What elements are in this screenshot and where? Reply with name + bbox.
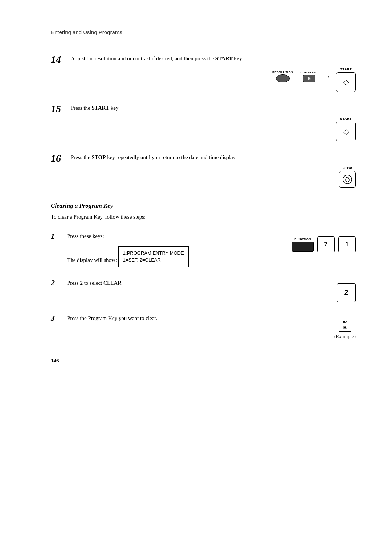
step-16-bold: STOP bbox=[92, 154, 106, 160]
clear-step-1-text: Press these keys: bbox=[67, 233, 104, 239]
step-16-content: Press the STOP key repeatedly until you … bbox=[71, 153, 276, 162]
prog-key-letter: B bbox=[343, 325, 347, 330]
clear-step-1-content: Press these keys: The display will show:… bbox=[67, 231, 276, 267]
page: Entering and Using Programs 14 Adjust th… bbox=[0, 0, 392, 555]
step-14-section: 14 Adjust the resolution and or contrast… bbox=[51, 46, 356, 96]
contrast-rect: G bbox=[303, 75, 315, 82]
step-15-text-before: Press the bbox=[71, 105, 92, 111]
step-15-number: 15 bbox=[51, 103, 67, 114]
key-2-btn: 2 bbox=[337, 283, 356, 302]
start-label-14: START bbox=[340, 68, 352, 71]
stop-btn-16 bbox=[339, 171, 356, 188]
step-14-number: 14 bbox=[51, 54, 67, 65]
step-14-content: Adjust the resolution and or contrast if… bbox=[71, 54, 272, 63]
arrow-icon: → bbox=[323, 72, 331, 81]
step-15-section: 15 Press the START key START ◇ bbox=[51, 96, 356, 145]
prog-key-num: 02 bbox=[342, 320, 348, 324]
start-button-15: START ◇ bbox=[336, 117, 356, 141]
function-rect bbox=[292, 242, 314, 252]
resolution-key-label: RESOLUTION bbox=[272, 70, 293, 74]
clearing-section: Clearing a Program Key To clear a Progra… bbox=[51, 202, 356, 220]
stop-button-16: STOP bbox=[339, 166, 356, 188]
clear-step-2-text: Press bbox=[67, 280, 80, 286]
contrast-letter: G bbox=[308, 77, 311, 81]
prog-key-btn: 02 B bbox=[339, 319, 351, 332]
key-1-btn: 1 bbox=[338, 236, 356, 252]
diamond-icon-15: ◇ bbox=[343, 127, 349, 136]
start-btn-15: ◇ bbox=[336, 122, 356, 141]
function-key-label: FUNCTION bbox=[294, 238, 311, 241]
start-btn-14: ◇ bbox=[336, 72, 356, 92]
clear-step-3-number: 3 bbox=[51, 313, 64, 322]
clear-step-1-number: 1 bbox=[51, 231, 64, 240]
step-15-bold: START bbox=[92, 105, 109, 111]
clearing-heading: Clearing a Program Key bbox=[51, 202, 356, 210]
start-button-14: START ◇ bbox=[336, 68, 356, 92]
step-14-text-before: Adjust the resolution and or contrast if… bbox=[71, 56, 215, 61]
step-16-text-before: Press the bbox=[71, 154, 92, 160]
clear-step-3-section: 3 Press the Program Key you want to clea… bbox=[51, 306, 356, 343]
clear-step-2-section: 2 Press 2 to select CLEAR. 2 bbox=[51, 271, 356, 306]
page-header: Entering and Using Programs bbox=[51, 29, 356, 35]
display-box: 1:PROGRAM ENTRY MODE 1=SET, 2=CLEAR bbox=[118, 246, 189, 267]
prog-key-example: 02 B (Example) bbox=[334, 319, 356, 340]
step-16-section: 16 Press the STOP key repeatedly until y… bbox=[51, 145, 356, 191]
svg-point-1 bbox=[346, 178, 349, 182]
step-15-text-after: key bbox=[109, 105, 118, 111]
function-key: FUNCTION bbox=[292, 238, 314, 252]
step-14-bold: START bbox=[215, 56, 233, 61]
stop-icon bbox=[342, 174, 352, 185]
stop-label-16: STOP bbox=[343, 166, 352, 170]
contrast-key-label: CONTRAST bbox=[301, 71, 318, 74]
clear-step-2-content: Press 2 to select CLEAR. bbox=[67, 278, 276, 287]
resolution-oval bbox=[276, 74, 290, 82]
clear-step-2-number: 2 bbox=[51, 278, 64, 287]
page-number: 146 bbox=[51, 358, 356, 364]
clearing-intro: To clear a Program Key, follow these ste… bbox=[51, 214, 356, 220]
contrast-key: CONTRAST G bbox=[301, 71, 318, 82]
display-will-show-text: The display will show: bbox=[67, 257, 117, 263]
step-15-content: Press the START key bbox=[71, 103, 276, 112]
clear-step-2-bold: 2 bbox=[80, 280, 83, 286]
clear-step-2-text-after: to select CLEAR. bbox=[83, 280, 123, 286]
clear-step-3-text: Press the Program Key you want to clear. bbox=[67, 315, 157, 321]
step-16-text-after: key repeatedly until you return to the d… bbox=[106, 154, 237, 160]
display-will-show: The display will show: 1:PROGRAM ENTRY M… bbox=[67, 243, 276, 267]
display-line1: 1:PROGRAM ENTRY MODE bbox=[123, 250, 184, 257]
step-14-text-after: key. bbox=[233, 56, 243, 61]
step-16-number: 16 bbox=[51, 153, 67, 163]
resolution-key: RESOLUTION bbox=[272, 70, 293, 82]
key-7-btn: 7 bbox=[317, 236, 335, 252]
example-label: (Example) bbox=[334, 334, 356, 340]
clear-step-1-section: 1 Press these keys: The display will sho… bbox=[51, 224, 356, 271]
display-line2: 1=SET, 2=CLEAR bbox=[123, 256, 184, 264]
start-label-15: START bbox=[340, 117, 352, 121]
clear-step-3-content: Press the Program Key you want to clear. bbox=[67, 313, 276, 323]
diamond-icon-14: ◇ bbox=[343, 78, 349, 86]
